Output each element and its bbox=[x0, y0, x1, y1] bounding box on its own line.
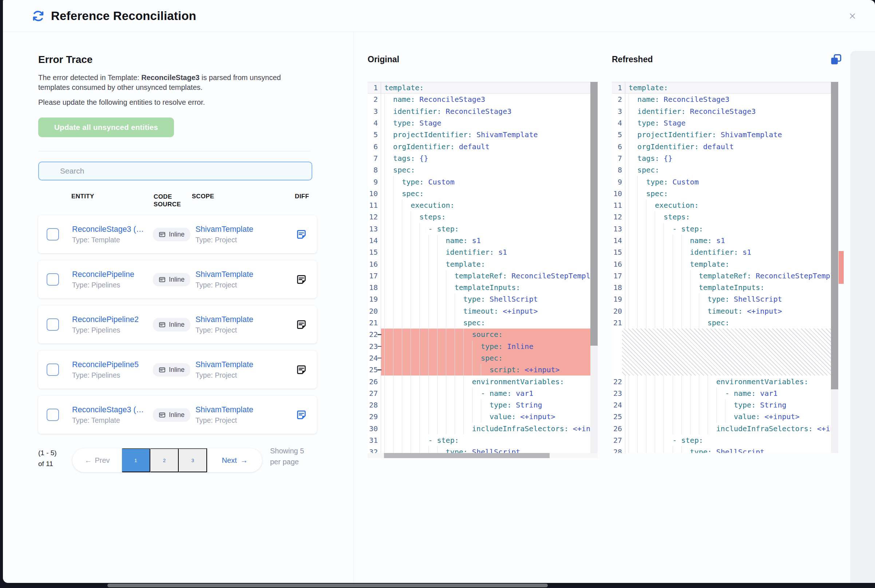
search-input[interactable] bbox=[38, 162, 312, 180]
scope-link[interactable]: ShivamTemplate bbox=[195, 270, 296, 279]
inline-source-icon bbox=[159, 321, 166, 328]
inline-source-icon bbox=[159, 366, 166, 374]
line-number: 27 bbox=[612, 436, 625, 445]
row-checkbox[interactable] bbox=[47, 409, 59, 421]
code-source-badge: Inline bbox=[153, 408, 191, 422]
update-all-unsynced-entities-button[interactable]: Update all unsynced entities bbox=[38, 117, 174, 137]
scope-link[interactable]: ShivamTemplate bbox=[195, 315, 296, 324]
entity-link[interactable]: ReconcilePipeline5 bbox=[72, 360, 153, 369]
code-line: 15 identifier: s1 bbox=[368, 246, 598, 258]
entity-table-body: ReconcileStage3 (…Type: Template InlineS… bbox=[38, 215, 317, 434]
diff-note-icon[interactable] bbox=[296, 364, 307, 375]
row-checkbox[interactable] bbox=[47, 273, 59, 286]
line-number: 8 bbox=[612, 165, 625, 174]
diff-note-icon[interactable] bbox=[296, 409, 307, 421]
original-code-editor: 1template:2 name: ReconcileStage33 ident… bbox=[368, 82, 598, 453]
page-button-2[interactable]: 2 bbox=[150, 448, 179, 472]
code-line: 6 orgIdentifier: default bbox=[612, 141, 844, 152]
scope-link[interactable]: ShivamTemplate bbox=[195, 225, 296, 234]
code-line: 7 tags: {} bbox=[368, 153, 598, 164]
pagination: (1 - 5) of 11 ←Prev 123 Next→ Showing 5 … bbox=[38, 447, 317, 472]
code-line: 12 steps: bbox=[368, 211, 598, 223]
code-line: 19 type: ShellScript bbox=[612, 293, 844, 305]
scope-link[interactable]: ShivamTemplate bbox=[195, 360, 296, 369]
copy-button[interactable] bbox=[827, 52, 842, 68]
line-number: 22 bbox=[612, 377, 625, 386]
entity-link[interactable]: ReconcileStage3 (… bbox=[72, 405, 153, 414]
code-line: 10 spec: bbox=[612, 188, 844, 200]
line-number: 10 bbox=[368, 189, 381, 198]
page-horizontal-scrollbar[interactable] bbox=[107, 584, 548, 587]
arrow-right-icon: → bbox=[240, 456, 248, 465]
page-button-1[interactable]: 1 bbox=[122, 448, 150, 472]
scope-link[interactable]: ShivamTemplate bbox=[195, 405, 296, 414]
entity-link[interactable]: ReconcilePipeline2 bbox=[72, 315, 153, 324]
original-code-panel: 1template:2 name: ReconcileStage33 ident… bbox=[368, 82, 598, 458]
entity-link[interactable]: ReconcilePipeline bbox=[72, 270, 153, 279]
entity-type: Type: Pipelines bbox=[72, 326, 153, 334]
page-button-3[interactable]: 3 bbox=[179, 448, 207, 472]
diff-note-icon[interactable] bbox=[296, 274, 307, 285]
error-template-name: ReconcileStage3 bbox=[141, 74, 200, 81]
code-line: 19 type: ShellScript bbox=[368, 293, 598, 305]
line-number: 17 bbox=[368, 272, 381, 280]
sync-icon bbox=[31, 9, 45, 23]
scope-type: Type: Project bbox=[195, 371, 296, 380]
line-number: 21 bbox=[368, 318, 381, 327]
line-number: 13 bbox=[368, 225, 381, 233]
entity-type: Type: Template bbox=[72, 416, 153, 424]
code-line: 13 - step: bbox=[368, 223, 598, 235]
table-row: ReconcilePipeline2Type: Pipelines Inline… bbox=[38, 306, 317, 344]
copy-icon bbox=[829, 53, 843, 67]
row-checkbox[interactable] bbox=[47, 363, 59, 376]
code-line: 4 type: Stage bbox=[612, 117, 844, 129]
line-number: 24 bbox=[612, 400, 625, 410]
code-line: 20 timeout: <+input> bbox=[612, 305, 844, 317]
diff-note-icon[interactable] bbox=[296, 319, 307, 330]
row-checkbox[interactable] bbox=[47, 318, 59, 331]
search-box bbox=[38, 162, 312, 180]
code-line: 13 - step: bbox=[612, 223, 844, 235]
prev-page-button[interactable]: ←Prev bbox=[72, 448, 122, 472]
line-number: 9 bbox=[368, 178, 381, 186]
code-line: 16 template: bbox=[612, 258, 844, 270]
code-line: 12 steps: bbox=[612, 211, 844, 223]
code-line: 31 - step: bbox=[368, 435, 598, 446]
line-number: 11 bbox=[368, 201, 381, 210]
scope-type: Type: Project bbox=[195, 326, 296, 334]
per-page-text: Showing 5 per page bbox=[270, 446, 314, 467]
code-line: 14 name: s1 bbox=[612, 235, 844, 246]
original-vertical-scrollbar-thumb[interactable] bbox=[590, 82, 598, 346]
code-line: 27 - name: var1 bbox=[368, 387, 598, 399]
table-row: ReconcilePipelineType: Pipelines InlineS… bbox=[38, 261, 317, 298]
line-number: 7 bbox=[368, 154, 381, 163]
refreshed-code-panel: 1template:2 name: ReconcileStage33 ident… bbox=[612, 82, 844, 453]
code-line: 14 name: s1 bbox=[368, 235, 598, 246]
code-line: 5 projectIdentifier: ShivamTemplate bbox=[612, 129, 844, 141]
line-number: 20 bbox=[368, 307, 381, 315]
inline-source-icon bbox=[159, 276, 166, 283]
code-source-badge: Inline bbox=[153, 228, 191, 241]
code-line: 30 includeInfraSelectors: <+in bbox=[368, 423, 598, 435]
next-page-button[interactable]: Next→ bbox=[207, 448, 262, 472]
close-button[interactable] bbox=[846, 9, 859, 22]
inline-source-icon bbox=[159, 231, 166, 238]
code-source-label: Inline bbox=[169, 366, 185, 374]
table-header: ENTITY CODE SOURCE SCOPE DIFF bbox=[38, 193, 317, 215]
diff-section: Original Refreshed 1template:2 name: Rec… bbox=[353, 32, 875, 583]
diff-note-icon[interactable] bbox=[296, 228, 307, 240]
column-header-entity: ENTITY bbox=[71, 193, 94, 200]
refreshed-vertical-scrollbar-thumb[interactable] bbox=[831, 82, 838, 389]
code-line: 2 name: ReconcileStage3 bbox=[612, 93, 844, 105]
error-trace-panel: Error Trace The error detected in Templa… bbox=[38, 54, 317, 472]
line-number: 16 bbox=[612, 260, 625, 268]
code-source-badge: Inline bbox=[153, 318, 191, 332]
original-horizontal-scrollbar-thumb[interactable] bbox=[384, 453, 549, 458]
line-number: 1 bbox=[612, 83, 625, 92]
code-line: 26 includeInfraSelectors: <+in bbox=[612, 423, 844, 435]
refreshed-vertical-scrollbar bbox=[831, 82, 838, 453]
line-number: 4 bbox=[612, 118, 625, 128]
row-checkbox[interactable] bbox=[47, 228, 59, 240]
line-number: 18 bbox=[612, 283, 625, 292]
entity-link[interactable]: ReconcileStage3 (… bbox=[72, 225, 153, 234]
